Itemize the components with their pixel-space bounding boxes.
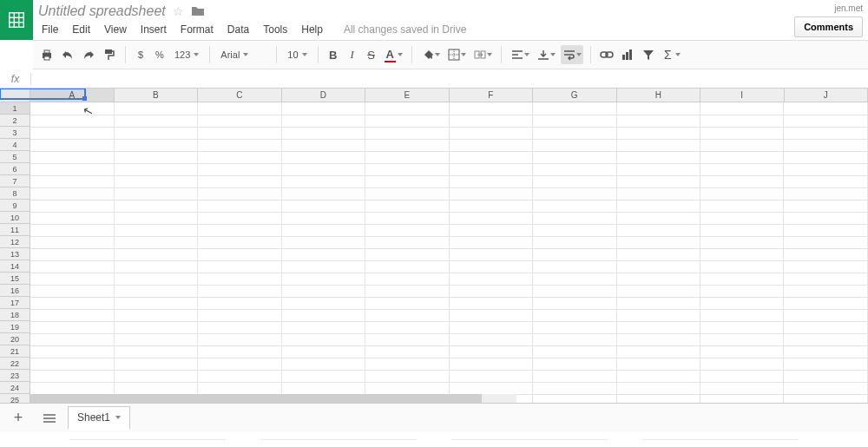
- cell[interactable]: [281, 273, 365, 285]
- cell[interactable]: [449, 358, 532, 370]
- cell[interactable]: [198, 151, 281, 163]
- cell[interactable]: [30, 236, 114, 248]
- cell[interactable]: [365, 260, 449, 273]
- cell[interactable]: [114, 358, 197, 370]
- cell[interactable]: [533, 127, 616, 139]
- number-format-dropdown[interactable]: 123: [171, 49, 202, 60]
- cell[interactable]: [114, 163, 197, 175]
- cell[interactable]: [281, 163, 365, 175]
- cell[interactable]: [700, 285, 783, 297]
- cell[interactable]: [198, 309, 281, 321]
- cell[interactable]: [281, 212, 365, 224]
- cell[interactable]: [449, 333, 532, 345]
- cell[interactable]: [784, 285, 868, 297]
- cell[interactable]: [616, 127, 700, 139]
- cell[interactable]: [533, 102, 616, 115]
- cell[interactable]: [281, 285, 365, 297]
- cell[interactable]: [784, 260, 868, 273]
- column-header[interactable]: I: [700, 89, 785, 102]
- cell[interactable]: [281, 224, 365, 236]
- cell[interactable]: [700, 224, 783, 236]
- cell[interactable]: [784, 212, 868, 224]
- sheet-tab[interactable]: Sheet1: [68, 406, 130, 431]
- cell[interactable]: [30, 333, 114, 345]
- cell[interactable]: [114, 309, 197, 321]
- row-header[interactable]: 20: [0, 333, 30, 345]
- cell[interactable]: [281, 321, 365, 333]
- cell[interactable]: [365, 236, 449, 248]
- row-header[interactable]: 6: [0, 163, 30, 175]
- cell[interactable]: [30, 273, 114, 285]
- cell[interactable]: [533, 309, 616, 321]
- horizontal-scrollbar[interactable]: [30, 394, 516, 403]
- menu-edit[interactable]: Edit: [72, 23, 90, 36]
- cell[interactable]: [198, 163, 281, 175]
- cell[interactable]: [365, 115, 449, 127]
- row-header[interactable]: 19: [0, 321, 30, 333]
- cell[interactable]: [784, 248, 868, 260]
- cell[interactable]: [114, 175, 197, 187]
- column-header[interactable]: G: [533, 89, 617, 102]
- cell[interactable]: [365, 273, 449, 285]
- cell[interactable]: [784, 382, 868, 394]
- cell[interactable]: [114, 115, 197, 127]
- cell[interactable]: [449, 345, 532, 358]
- cell[interactable]: [616, 321, 700, 333]
- cell[interactable]: [616, 358, 700, 370]
- cell[interactable]: [533, 115, 616, 127]
- row-header[interactable]: 4: [0, 139, 30, 151]
- cell[interactable]: [449, 297, 532, 309]
- cell[interactable]: [114, 224, 197, 236]
- cell[interactable]: [281, 309, 365, 321]
- cell[interactable]: [616, 139, 700, 151]
- cell[interactable]: [198, 139, 281, 151]
- cell[interactable]: [365, 309, 449, 321]
- cell[interactable]: [365, 345, 449, 358]
- column-header[interactable]: D: [282, 89, 366, 102]
- row-header[interactable]: 15: [0, 273, 30, 285]
- cell[interactable]: [616, 248, 700, 260]
- row-header[interactable]: 3: [0, 127, 30, 139]
- cell[interactable]: [365, 248, 449, 260]
- cell[interactable]: [533, 333, 616, 345]
- cell[interactable]: [700, 394, 783, 403]
- percent-button[interactable]: %: [152, 45, 168, 64]
- cell[interactable]: [700, 260, 783, 273]
- cell[interactable]: [616, 394, 700, 403]
- redo-icon[interactable]: [80, 45, 97, 64]
- star-icon[interactable]: ☆: [173, 4, 184, 18]
- cell[interactable]: [449, 236, 532, 248]
- cell[interactable]: [616, 163, 700, 175]
- cell[interactable]: [784, 151, 868, 163]
- cell[interactable]: [198, 333, 281, 345]
- cell[interactable]: [198, 127, 281, 139]
- cell[interactable]: [30, 297, 114, 309]
- cell[interactable]: [198, 370, 281, 382]
- cell[interactable]: [449, 321, 532, 333]
- cell[interactable]: [533, 151, 616, 163]
- borders-button[interactable]: [445, 45, 468, 64]
- cell[interactable]: [533, 297, 616, 309]
- cell[interactable]: [365, 224, 449, 236]
- cell[interactable]: [449, 175, 532, 187]
- cell[interactable]: [533, 321, 616, 333]
- column-header[interactable]: B: [115, 89, 199, 102]
- cell[interactable]: [114, 273, 197, 285]
- cell[interactable]: [114, 102, 197, 115]
- cell[interactable]: [114, 370, 197, 382]
- cell[interactable]: [449, 187, 532, 200]
- cell[interactable]: [30, 309, 114, 321]
- cell[interactable]: [616, 175, 700, 187]
- folder-icon[interactable]: [191, 5, 205, 17]
- cell[interactable]: [114, 333, 197, 345]
- cell[interactable]: [616, 309, 700, 321]
- row-header[interactable]: 21: [0, 345, 30, 358]
- vertical-align-button[interactable]: [535, 45, 557, 64]
- cell[interactable]: [281, 127, 365, 139]
- row-header[interactable]: 2: [0, 115, 30, 127]
- insert-link-button[interactable]: [598, 45, 615, 64]
- column-header[interactable]: F: [450, 89, 534, 102]
- cell[interactable]: [281, 175, 365, 187]
- cell[interactable]: [533, 394, 616, 403]
- row-header[interactable]: 5: [0, 151, 30, 163]
